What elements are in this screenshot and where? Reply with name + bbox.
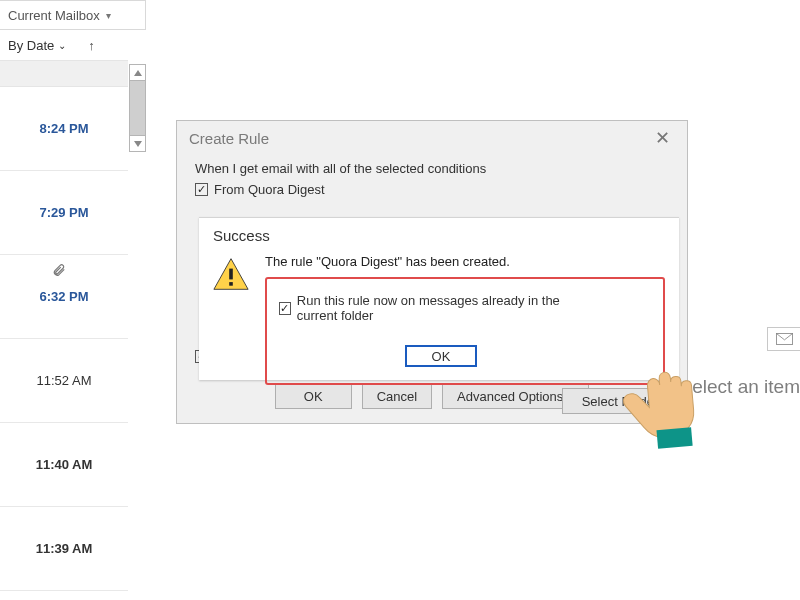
- sort-label: By Date: [8, 38, 54, 53]
- highlight-box: Run this rule now on messages already in…: [265, 277, 665, 385]
- message-row[interactable]: 7:29 PM: [0, 171, 128, 255]
- warning-icon: [213, 257, 249, 291]
- svg-rect-2: [229, 282, 233, 286]
- message-row[interactable]: 11:52 AM: [0, 339, 128, 423]
- dialog-titlebar[interactable]: Create Rule ✕: [177, 121, 687, 155]
- svg-rect-3: [657, 427, 693, 448]
- success-ok-button[interactable]: OK: [405, 345, 477, 367]
- message-time: 11:52 AM: [37, 373, 92, 388]
- svg-rect-1: [229, 269, 233, 280]
- conditions-label: When I get email with all of the selecte…: [195, 161, 669, 176]
- paperclip-icon: [52, 263, 66, 277]
- envelope-icon: [776, 333, 793, 345]
- scrollbar[interactable]: [128, 60, 146, 598]
- message-time: 11:40 AM: [36, 457, 93, 472]
- condition-from-label: From Quora Digest: [214, 182, 325, 197]
- message-row[interactable]: 6:32 PM: [0, 255, 128, 339]
- envelope-badge[interactable]: [767, 327, 800, 351]
- chevron-down-icon: ▾: [106, 10, 111, 21]
- success-text: The rule "Quora Digest" has been created…: [265, 254, 665, 269]
- dialog-title: Create Rule: [189, 130, 269, 147]
- scroll-up-icon[interactable]: [130, 65, 145, 81]
- run-now-option[interactable]: Run this rule now on messages already in…: [279, 293, 603, 323]
- list-spacer: [0, 60, 128, 87]
- condition-from[interactable]: From Quora Digest: [195, 182, 669, 197]
- mailbox-filter[interactable]: Current Mailbox ▾: [0, 0, 146, 30]
- message-time: 7:29 PM: [39, 205, 88, 220]
- run-now-label: Run this rule now on messages already in…: [297, 293, 603, 323]
- sort-direction-icon[interactable]: ↑: [88, 38, 95, 53]
- message-time: 11:39 AM: [36, 541, 93, 556]
- success-title: Success: [199, 218, 679, 250]
- close-icon[interactable]: ✕: [649, 127, 675, 149]
- left-pane: Current Mailbox ▾ By Date ⌄ ↑ 8:24 PM 7:…: [0, 0, 146, 600]
- mailbox-filter-label: Current Mailbox: [8, 8, 100, 23]
- message-time: 6:32 PM: [39, 289, 88, 304]
- message-list: 8:24 PM 7:29 PM 6:32 PM 11:52 AM 11:40 A…: [0, 60, 128, 598]
- checkbox-icon[interactable]: [279, 302, 291, 315]
- scroll-thumb[interactable]: [130, 81, 145, 135]
- message-row[interactable]: 11:40 AM: [0, 423, 128, 507]
- scroll-down-icon[interactable]: [130, 135, 145, 151]
- chevron-down-icon: ⌄: [58, 40, 66, 51]
- message-row[interactable]: 11:39 AM: [0, 507, 128, 591]
- success-dialog: Success The rule "Quora Digest" has been…: [199, 217, 679, 380]
- pointer-hand-icon: [609, 344, 720, 455]
- checkbox-icon[interactable]: [195, 183, 208, 196]
- sort-control[interactable]: By Date ⌄ ↑: [0, 30, 146, 60]
- message-time: 8:24 PM: [39, 121, 88, 136]
- message-row[interactable]: 8:24 PM: [0, 87, 128, 171]
